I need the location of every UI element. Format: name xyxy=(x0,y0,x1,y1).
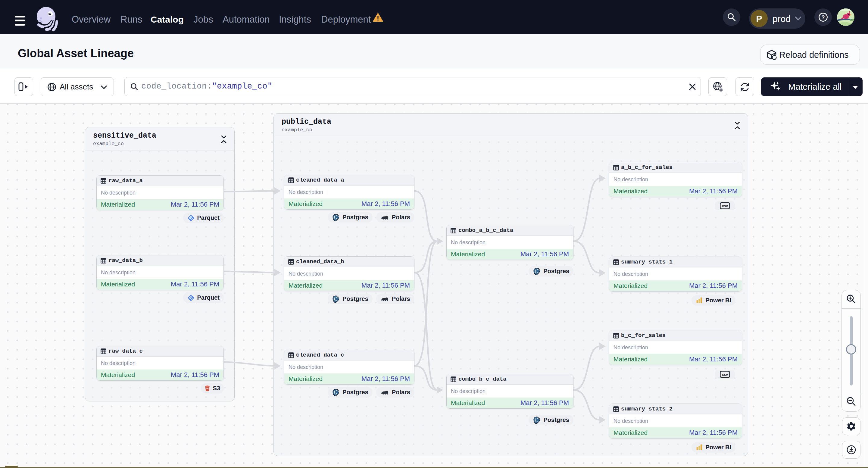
svg-text:csv: csv xyxy=(722,373,728,377)
svg-text:?: ? xyxy=(822,14,825,21)
svg-text:csv: csv xyxy=(722,204,728,208)
